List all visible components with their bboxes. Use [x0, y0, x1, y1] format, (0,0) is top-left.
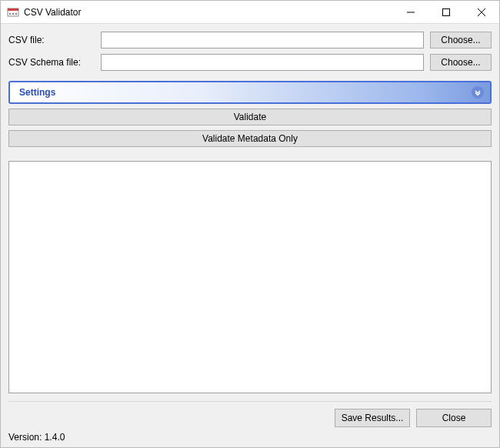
validate-button[interactable]: Validate: [8, 109, 492, 125]
validate-metadata-button[interactable]: Validate Metadata Only: [8, 130, 492, 147]
csv-choose-button[interactable]: Choose...: [430, 32, 492, 48]
settings-header[interactable]: Settings: [10, 82, 490, 102]
settings-panel: Settings: [8, 81, 492, 104]
schema-file-input[interactable]: [101, 54, 424, 71]
settings-title: Settings: [19, 87, 472, 98]
content-area: CSV file: Choose... CSV Schema file: Cho…: [1, 24, 499, 447]
titlebar: CSV Validator: [1, 1, 499, 24]
svg-point-3: [12, 12, 14, 14]
output-textarea[interactable]: [8, 161, 492, 393]
window-title: CSV Validator: [24, 7, 393, 18]
svg-rect-6: [443, 8, 450, 15]
csv-file-input[interactable]: [101, 32, 424, 48]
svg-rect-1: [8, 8, 18, 11]
version-label: Version: 1.4.0: [8, 432, 492, 443]
svg-point-2: [9, 12, 11, 14]
window-controls: [393, 1, 499, 23]
maximize-button[interactable]: [428, 1, 464, 23]
save-results-button[interactable]: Save Results...: [335, 409, 410, 427]
app-icon: [7, 6, 19, 18]
schema-choose-button[interactable]: Choose...: [430, 54, 492, 71]
csv-file-row: CSV file: Choose...: [8, 32, 492, 48]
minimize-button[interactable]: [393, 1, 428, 23]
schema-file-row: CSV Schema file: Choose...: [8, 54, 492, 71]
chevron-down-icon: [472, 86, 484, 99]
schema-file-label: CSV Schema file:: [8, 57, 101, 68]
footer-buttons: Save Results... Close: [8, 401, 492, 427]
close-window-button[interactable]: [464, 1, 499, 23]
svg-point-4: [15, 12, 17, 14]
csv-file-label: CSV file:: [8, 35, 101, 45]
close-button[interactable]: Close: [416, 409, 492, 427]
